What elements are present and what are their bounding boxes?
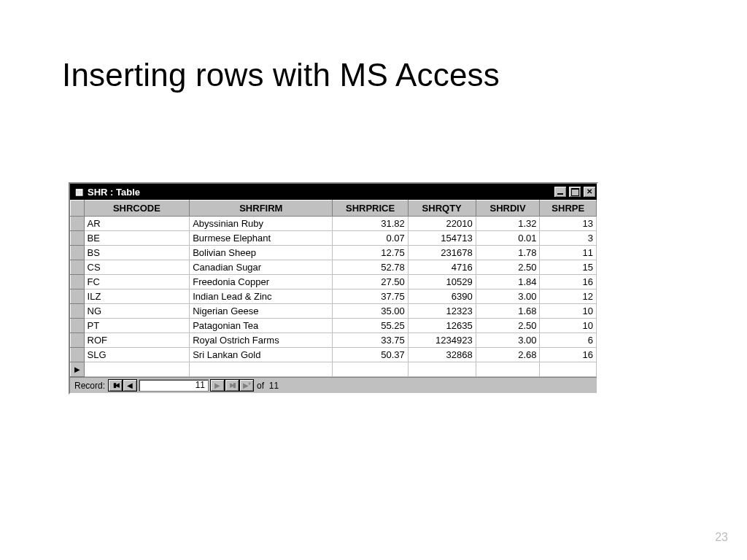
cell-shrpe[interactable]: 16 <box>540 348 597 362</box>
cell-shrcode[interactable]: ROF <box>84 333 190 348</box>
cell-shrfirm[interactable]: Bolivian Sheep <box>190 246 333 260</box>
cell-shrqty[interactable]: 12635 <box>408 319 476 333</box>
cell-shrfirm[interactable]: Nigerian Geese <box>190 304 333 319</box>
cell-shrcode[interactable]: BS <box>84 246 190 260</box>
row-selector[interactable] <box>71 260 85 275</box>
cell-shrfirm[interactable]: Canadian Sugar <box>190 260 333 275</box>
col-header-shrcode[interactable]: SHRCODE <box>84 201 190 217</box>
cell-shrpe[interactable]: 13 <box>540 217 597 231</box>
cell-shrfirm[interactable] <box>190 362 333 377</box>
cell-shrprice[interactable]: 52.78 <box>333 260 408 275</box>
row-selector[interactable] <box>71 289 85 304</box>
cell-shrpe[interactable]: 11 <box>540 246 597 260</box>
cell-shrdiv[interactable]: 1.68 <box>476 304 540 319</box>
cell-shrdiv[interactable]: 3.00 <box>476 333 540 348</box>
nav-record-input[interactable]: 11 <box>139 379 209 392</box>
table-row-new[interactable] <box>71 362 597 377</box>
cell-shrqty[interactable]: 4716 <box>408 260 476 275</box>
cell-shrcode[interactable]: NG <box>84 304 190 319</box>
cell-shrprice[interactable] <box>333 362 408 377</box>
table-row[interactable]: ILZIndian Lead & Zinc37.7563903.0012 <box>71 289 597 304</box>
cell-shrdiv[interactable]: 2.50 <box>476 260 540 275</box>
cell-shrcode[interactable]: AR <box>84 217 190 231</box>
cell-shrcode[interactable]: FC <box>84 275 190 289</box>
cell-shrdiv[interactable]: 1.78 <box>476 246 540 260</box>
cell-shrdiv[interactable]: 3.00 <box>476 289 540 304</box>
cell-shrcode[interactable]: CS <box>84 260 190 275</box>
cell-shrfirm[interactable]: Abyssinian Ruby <box>190 217 333 231</box>
cell-shrcode[interactable]: ILZ <box>84 289 190 304</box>
cell-shrfirm[interactable]: Freedonia Copper <box>190 275 333 289</box>
cell-shrqty[interactable]: 22010 <box>408 217 476 231</box>
cell-shrprice[interactable]: 37.75 <box>333 289 408 304</box>
col-header-shrfirm[interactable]: SHRFIRM <box>190 201 333 217</box>
cell-shrpe[interactable]: 6 <box>540 333 597 348</box>
cell-shrfirm[interactable]: Burmese Elephant <box>190 231 333 246</box>
col-header-shrprice[interactable]: SHRPRICE <box>333 201 408 217</box>
col-header-shrqty[interactable]: SHRQTY <box>408 201 476 217</box>
table-row[interactable]: CSCanadian Sugar52.7847162.5015 <box>71 260 597 275</box>
cell-shrqty[interactable]: 12323 <box>408 304 476 319</box>
cell-shrpe[interactable] <box>540 362 597 377</box>
table-row[interactable]: BSBolivian Sheep12.752316781.7811 <box>71 246 597 260</box>
maximize-button[interactable] <box>568 186 581 198</box>
select-all-corner[interactable] <box>71 201 85 217</box>
row-selector[interactable] <box>71 319 85 333</box>
table-row[interactable]: BEBurmese Elephant0.071547130.013 <box>71 231 597 246</box>
cell-shrqty[interactable]: 6390 <box>408 289 476 304</box>
nav-first-button[interactable] <box>108 379 123 392</box>
cell-shrqty[interactable]: 32868 <box>408 348 476 362</box>
table-row[interactable]: NGNigerian Geese35.00123231.6810 <box>71 304 597 319</box>
row-selector[interactable] <box>71 348 85 362</box>
minimize-button[interactable] <box>554 186 567 198</box>
col-header-shrdiv[interactable]: SHRDIV <box>476 201 540 217</box>
cell-shrqty[interactable] <box>408 362 476 377</box>
cell-shrqty[interactable]: 10529 <box>408 275 476 289</box>
table-row[interactable]: FCFreedonia Copper27.50105291.8416 <box>71 275 597 289</box>
cell-shrprice[interactable]: 27.50 <box>333 275 408 289</box>
cell-shrdiv[interactable] <box>476 362 540 377</box>
titlebar[interactable]: ▦ SHR : Table <box>70 184 597 200</box>
cell-shrdiv[interactable]: 0.01 <box>476 231 540 246</box>
nav-new-button[interactable] <box>239 379 254 392</box>
cell-shrfirm[interactable]: Patagonian Tea <box>190 319 333 333</box>
table-row[interactable]: SLGSri Lankan Gold50.37328682.6816 <box>71 348 597 362</box>
nav-prev-button[interactable] <box>123 379 137 392</box>
col-header-shrpe[interactable]: SHRPE <box>540 201 597 217</box>
cell-shrfirm[interactable]: Sri Lankan Gold <box>190 348 333 362</box>
cell-shrfirm[interactable]: Indian Lead & Zinc <box>190 289 333 304</box>
cell-shrdiv[interactable]: 2.50 <box>476 319 540 333</box>
row-selector[interactable] <box>71 275 85 289</box>
cell-shrpe[interactable]: 10 <box>540 304 597 319</box>
row-selector[interactable] <box>71 231 85 246</box>
cell-shrcode[interactable]: SLG <box>84 348 190 362</box>
close-button[interactable] <box>583 186 596 198</box>
cell-shrpe[interactable]: 16 <box>540 275 597 289</box>
cell-shrdiv[interactable]: 1.32 <box>476 217 540 231</box>
cell-shrprice[interactable]: 12.75 <box>333 246 408 260</box>
row-selector[interactable] <box>71 333 85 348</box>
cell-shrprice[interactable]: 33.75 <box>333 333 408 348</box>
row-selector[interactable] <box>71 246 85 260</box>
cell-shrqty[interactable]: 231678 <box>408 246 476 260</box>
cell-shrprice[interactable]: 31.82 <box>333 217 408 231</box>
cell-shrqty[interactable]: 154713 <box>408 231 476 246</box>
cell-shrpe[interactable]: 3 <box>540 231 597 246</box>
cell-shrprice[interactable]: 35.00 <box>333 304 408 319</box>
cell-shrpe[interactable]: 12 <box>540 289 597 304</box>
table-row[interactable]: PTPatagonian Tea55.25126352.5010 <box>71 319 597 333</box>
nav-last-button[interactable] <box>225 379 239 392</box>
cell-shrpe[interactable]: 10 <box>540 319 597 333</box>
table-row[interactable]: ARAbyssinian Ruby31.82220101.3213 <box>71 217 597 231</box>
cell-shrprice[interactable]: 0.07 <box>333 231 408 246</box>
cell-shrqty[interactable]: 1234923 <box>408 333 476 348</box>
nav-next-button[interactable] <box>210 379 225 392</box>
cell-shrcode[interactable]: PT <box>84 319 190 333</box>
cell-shrdiv[interactable]: 1.84 <box>476 275 540 289</box>
row-selector-current[interactable] <box>71 362 85 377</box>
cell-shrfirm[interactable]: Royal Ostrich Farms <box>190 333 333 348</box>
row-selector[interactable] <box>71 304 85 319</box>
cell-shrcode[interactable]: BE <box>84 231 190 246</box>
row-selector[interactable] <box>71 217 85 231</box>
cell-shrpe[interactable]: 15 <box>540 260 597 275</box>
